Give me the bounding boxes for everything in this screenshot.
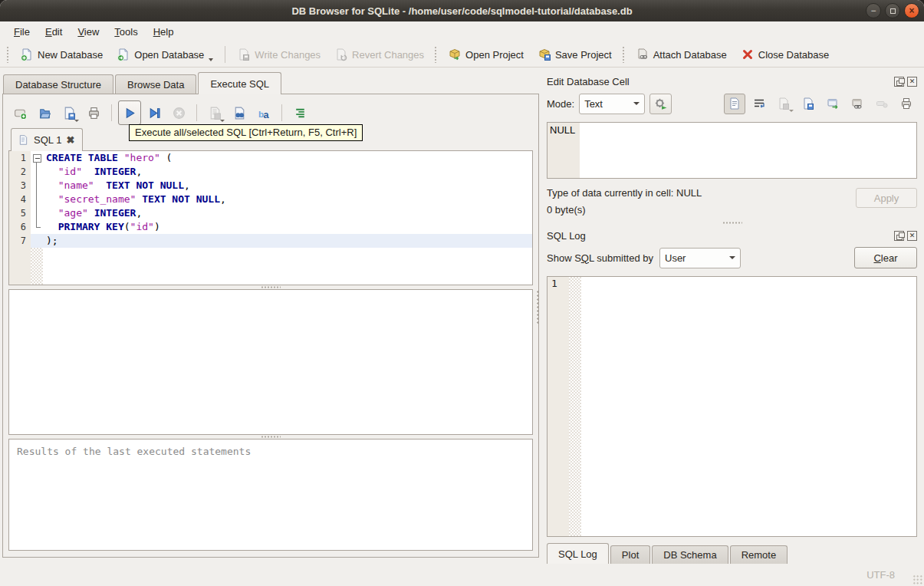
main-area: Database Structure Browse Data Execute S… [0,67,924,564]
tab-execute-sql[interactable]: Execute SQL [198,72,281,94]
save-sql-file-button[interactable] [58,100,81,125]
execute-current-line-button[interactable] [143,100,166,125]
save-project-icon [538,48,551,61]
dock-close-icon[interactable]: ✕ [907,77,917,87]
encoding-indicator[interactable]: UTF-8 [866,569,895,581]
sql-toolbar-separator [196,104,197,121]
maximize-button[interactable] [885,3,900,18]
results-grid-pane[interactable] [8,289,533,435]
panel-splitter[interactable] [536,290,540,325]
tab-sql-log[interactable]: SQL Log [547,543,609,564]
write-changes-button[interactable]: Write Changes [230,44,327,65]
toolbar-drag-handle[interactable] [622,46,626,63]
attach-database-button[interactable]: Attach Database [629,44,734,65]
code-line-row[interactable]: 7); [9,234,532,248]
open-external-button[interactable] [822,94,843,114]
edit-cell-title: Edit Database Cell [547,76,894,87]
menu-bar: File Edit View Tools Help [0,21,924,42]
code-line-row[interactable]: 3 "name" TEXT NOT NULL, [9,179,532,193]
save-sql-file-icon [62,106,77,120]
gear-apply-icon [653,97,668,111]
apply-cell-data-button[interactable] [649,94,672,114]
new-database-button[interactable]: New Database [13,44,110,65]
import-data-button[interactable] [773,94,794,114]
sql-log-view[interactable]: 1 [547,276,917,537]
code-line-row[interactable]: 1CREATE TABLE "hero" ( [9,151,532,165]
code-line-row[interactable]: 4 "secret_name" TEXT NOT NULL, [9,193,532,206]
stop-sql-button[interactable] [167,100,190,125]
export-data-button[interactable] [797,94,819,114]
dock-float-icon[interactable] [894,77,904,87]
open-database-dropdown-icon[interactable] [209,58,213,61]
code-text: CREATE TABLE "hero" ( [43,151,532,165]
save-sql-dropdown-icon[interactable] [74,120,79,122]
tab-remote[interactable]: Remote [730,545,788,564]
print-cell-button[interactable] [896,94,917,114]
autocomplete-button[interactable]: ba [252,100,275,125]
results-message-pane[interactable]: Results of the last executed statements [8,439,533,551]
cell-info-row: Type of data currently in cell: NULL 0 b… [547,185,917,219]
sql-log-filter-select[interactable]: User [659,248,741,268]
close-tab-icon[interactable]: ✖ [66,134,74,146]
menu-file[interactable]: File [6,23,38,41]
tab-db-schema[interactable]: DB Schema [652,545,728,564]
chevron-down-icon [729,256,735,259]
sql-file-tab[interactable]: SQL 1 ✖ [11,128,83,151]
code-line-row[interactable]: 5 "age" INTEGER, [9,206,532,220]
save-results-icon [208,106,222,120]
tab-database-structure[interactable]: Database Structure [3,74,113,94]
tab-browse-data[interactable]: Browse Data [115,74,196,94]
close-database-icon [741,48,755,61]
format-sql-button[interactable] [288,100,311,125]
apply-button[interactable]: Apply [856,188,917,208]
fold-margin [31,206,43,220]
execute-sql-button[interactable] [118,100,141,125]
tab-plot[interactable]: Plot [610,545,650,564]
toolbar-drag-handle[interactable] [6,46,10,63]
dock-float-icon[interactable] [894,231,904,241]
open-database-button[interactable]: Open Database [110,44,220,65]
open-project-button[interactable]: Open Project [441,44,531,65]
fold-marker-icon[interactable] [31,151,43,165]
dock-close-icon[interactable]: ✕ [907,231,917,241]
open-sql-file-button[interactable] [33,100,56,125]
resize-grip-icon[interactable] [912,574,922,584]
fold-margin [31,165,43,179]
close-button[interactable]: × [904,3,919,18]
word-wrap-icon [752,97,766,110]
print-sql-button[interactable] [82,100,105,125]
cell-value-editor[interactable]: NULL [547,122,917,179]
revert-changes-button[interactable]: Revert Changes [327,44,431,65]
menu-edit[interactable]: Edit [38,23,70,41]
find-button[interactable] [228,100,251,125]
save-results-dropdown-icon[interactable] [220,120,225,122]
minimize-button[interactable]: − [866,3,881,18]
main-toolbar: New Database Open Database Write Changes… [0,42,924,67]
text-mode-button[interactable] [724,94,745,114]
sql-code-editor[interactable]: 1CREATE TABLE "hero" (2 "id" INTEGER,3 "… [8,150,533,285]
code-text: "secret_name" TEXT NOT NULL, [43,193,532,206]
code-line-row[interactable]: 6 PRIMARY KEY("id") [9,220,532,234]
menu-view[interactable]: View [70,23,107,41]
menu-help[interactable]: Help [146,23,182,41]
copy-link-button[interactable] [847,94,868,114]
import-dropdown-icon[interactable] [789,110,794,112]
clear-log-button[interactable]: Clear [854,247,917,268]
dock-splitter[interactable] [547,219,917,226]
code-text: "age" INTEGER, [43,206,532,220]
save-project-button[interactable]: Save Project [531,44,619,65]
save-results-button[interactable] [203,100,226,125]
fold-margin [31,179,43,193]
menu-tools[interactable]: Tools [107,23,145,41]
word-wrap-button[interactable] [748,94,770,114]
set-null-button[interactable] [871,94,893,114]
sql-log-dock-header: SQL Log ✕ [547,226,917,245]
sql-toolbar: ba [8,99,533,127]
title-bar[interactable]: DB Browser for SQLite - /home/user/code/… [0,0,924,21]
new-sql-tab-button[interactable] [8,100,31,125]
code-line-row[interactable]: 2 "id" INTEGER, [9,165,532,179]
close-database-button[interactable]: Close Database [734,44,837,65]
code-editor-lines: 1CREATE TABLE "hero" (2 "id" INTEGER,3 "… [9,151,532,248]
toolbar-drag-handle[interactable] [434,46,438,63]
mode-select[interactable]: Text [579,94,645,114]
